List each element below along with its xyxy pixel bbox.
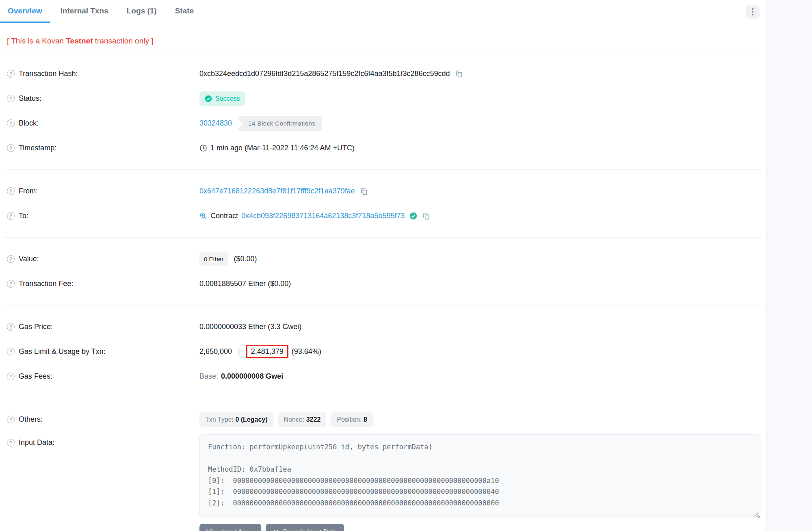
decode-input-data-button[interactable]: Decode Input Data bbox=[266, 524, 344, 531]
magnifier-plus-icon[interactable] bbox=[199, 212, 207, 220]
tab-internal-txns[interactable]: Internal Txns bbox=[53, 0, 116, 23]
block-row: ? Block: 30324830 14 Block Confirmations bbox=[0, 111, 766, 136]
section-overview-top: ? Transaction Hash: 0xcb324eedcd1d07296f… bbox=[0, 59, 766, 163]
nonce-name: Nonce: bbox=[284, 416, 306, 423]
help-icon[interactable]: ? bbox=[7, 255, 15, 263]
help-icon[interactable]: ? bbox=[7, 95, 15, 102]
status-label: Status: bbox=[19, 94, 41, 103]
transaction-hash-value: 0xcb324eedcd1d07296fdf3d215a2865275f159c… bbox=[199, 69, 450, 78]
testnet-notice-suffix: transaction only ] bbox=[93, 37, 154, 45]
gas-used-highlight-box: 2,481,379 bbox=[246, 345, 288, 358]
nonce-badge: Nonce: 3222 bbox=[278, 412, 327, 427]
nonce-value: 3222 bbox=[306, 416, 321, 423]
help-icon[interactable]: ? bbox=[7, 119, 15, 127]
help-icon[interactable]: ? bbox=[7, 416, 15, 423]
input-data-label: Input Data: bbox=[19, 438, 54, 447]
tab-logs[interactable]: Logs (1) bbox=[119, 0, 165, 23]
transaction-fee-label: Transaction Fee: bbox=[19, 280, 73, 288]
verified-check-icon bbox=[409, 212, 417, 220]
help-icon[interactable]: ? bbox=[7, 187, 15, 195]
gas-separator: | bbox=[238, 347, 240, 356]
testnet-notice: [ This is a Kovan Testnet transaction on… bbox=[0, 23, 766, 46]
from-label: From: bbox=[19, 187, 38, 195]
help-icon[interactable]: ? bbox=[7, 144, 15, 152]
transaction-details-card: Overview Internal Txns Logs (1) State [ … bbox=[0, 0, 766, 531]
position-value: 8 bbox=[364, 416, 367, 423]
block-confirmations-badge: 14 Block Confirmations bbox=[238, 116, 322, 131]
input-data-textarea[interactable]: Function: performUpkeep(uint256 id, byte… bbox=[199, 434, 760, 518]
input-data-row: ? Input Data: Function: performUpkeep(ui… bbox=[0, 434, 766, 531]
help-icon[interactable]: ? bbox=[7, 348, 15, 355]
tab-state[interactable]: State bbox=[167, 0, 201, 23]
transaction-fee-value: 0.0081885507 Ether ($0.00) bbox=[199, 280, 291, 288]
gas-fees-label: Gas Fees: bbox=[19, 372, 52, 381]
section-divider bbox=[4, 237, 762, 238]
gas-limit-value: 2,650,000 bbox=[199, 347, 232, 356]
page-background-strip bbox=[766, 0, 812, 531]
gas-used-percent: (93.64%) bbox=[292, 347, 321, 356]
testnet-notice-bold: Testnet bbox=[66, 37, 93, 45]
copy-icon[interactable] bbox=[455, 70, 463, 78]
transaction-fee-row: ? Transaction Fee: 0.0081885507 Ether ($… bbox=[0, 271, 766, 296]
help-icon[interactable]: ? bbox=[7, 439, 15, 446]
to-row: ? To: Contract 0x4cb093f226983713164a621… bbox=[0, 204, 766, 228]
others-row: ? Others: Txn Type: 0 (Legacy) Nonce: 32… bbox=[0, 407, 766, 432]
txn-type-value: 0 (Legacy) bbox=[235, 416, 267, 423]
help-icon[interactable]: ? bbox=[7, 280, 15, 288]
to-contract-type: Contract bbox=[210, 212, 238, 220]
more-options-button[interactable] bbox=[746, 5, 760, 19]
txn-type-badge: Txn Type: 0 (Legacy) bbox=[199, 412, 273, 427]
txn-type-name: Txn Type: bbox=[205, 416, 235, 423]
kebab-menu-icon bbox=[752, 8, 754, 10]
section-others: ? Others: Txn Type: 0 (Legacy) Nonce: 32… bbox=[0, 405, 766, 531]
testnet-notice-prefix: [ This is a Kovan bbox=[7, 37, 66, 45]
help-icon[interactable]: ? bbox=[7, 70, 15, 78]
gas-fees-base-label: Base: bbox=[199, 372, 218, 381]
gas-price-row: ? Gas Price: 0.0000000033 Ether (3.3 Gwe… bbox=[0, 314, 766, 339]
ether-value-badge: 0 Ether bbox=[199, 252, 228, 266]
timestamp-value: 1 min ago (Mar-11-2022 11:46:24 AM +UTC) bbox=[210, 144, 355, 152]
clock-icon bbox=[199, 144, 207, 152]
view-input-as-label: View Input As bbox=[206, 529, 246, 531]
tab-overview[interactable]: Overview bbox=[0, 0, 50, 23]
decode-input-data-label: Decode Input Data bbox=[283, 529, 337, 531]
gas-fees-row: ? Gas Fees: Base: 0.000000008 Gwei bbox=[0, 364, 766, 389]
status-badge-text: Success bbox=[215, 95, 240, 102]
transaction-hash-label-group: ? Transaction Hash: bbox=[7, 69, 199, 78]
status-row: ? Status: Success bbox=[0, 86, 766, 111]
view-input-as-button[interactable]: View Input As bbox=[199, 524, 261, 531]
to-address-link[interactable]: 0x4cb093f226983713164a62138c3f718a5b595f… bbox=[241, 212, 405, 220]
kebab-menu-icon bbox=[752, 11, 754, 13]
timestamp-row: ? Timestamp: 1 min ago (Mar-11-2022 11:4… bbox=[0, 136, 766, 160]
section-value: ? Value: 0 Ether ($0.00) ? Transaction F… bbox=[0, 244, 766, 299]
section-addresses: ? From: 0x647e7168122263d8e7f81f17fff9c2… bbox=[0, 176, 766, 231]
block-label: Block: bbox=[19, 119, 39, 128]
from-address-link[interactable]: 0x647e7168122263d8e7f81f17fff9c2f1aa379f… bbox=[199, 187, 355, 195]
section-divider bbox=[4, 305, 762, 306]
value-row: ? Value: 0 Ether ($0.00) bbox=[0, 247, 766, 271]
section-divider bbox=[4, 169, 762, 170]
check-circle-icon bbox=[205, 95, 212, 102]
position-badge: Position: 8 bbox=[331, 412, 373, 427]
gas-price-value: 0.0000000033 Ether (3.3 Gwei) bbox=[199, 323, 301, 331]
help-icon[interactable]: ? bbox=[7, 212, 15, 220]
help-icon[interactable]: ? bbox=[7, 323, 15, 331]
value-label: Value: bbox=[19, 255, 39, 263]
position-name: Position: bbox=[337, 416, 364, 423]
copy-icon[interactable] bbox=[360, 187, 368, 195]
gas-limit-row: ? Gas Limit & Usage by Txn: 2,650,000 | … bbox=[0, 339, 766, 364]
block-number-link[interactable]: 30324830 bbox=[199, 119, 232, 128]
decode-icon bbox=[273, 529, 279, 531]
section-divider bbox=[4, 52, 762, 52]
transaction-hash-row: ? Transaction Hash: 0xcb324eedcd1d07296f… bbox=[0, 61, 766, 86]
status-badge: Success bbox=[199, 91, 245, 106]
help-icon[interactable]: ? bbox=[7, 373, 15, 380]
kebab-menu-icon bbox=[752, 14, 754, 15]
copy-icon[interactable] bbox=[422, 212, 430, 220]
timestamp-label: Timestamp: bbox=[19, 144, 56, 152]
tab-bar: Overview Internal Txns Logs (1) State bbox=[0, 0, 766, 23]
gas-used-value: 2,481,379 bbox=[251, 347, 284, 355]
from-row: ? From: 0x647e7168122263d8e7f81f17fff9c2… bbox=[0, 179, 766, 204]
gas-price-label: Gas Price: bbox=[19, 323, 53, 331]
gas-limit-label: Gas Limit & Usage by Txn: bbox=[19, 347, 106, 356]
